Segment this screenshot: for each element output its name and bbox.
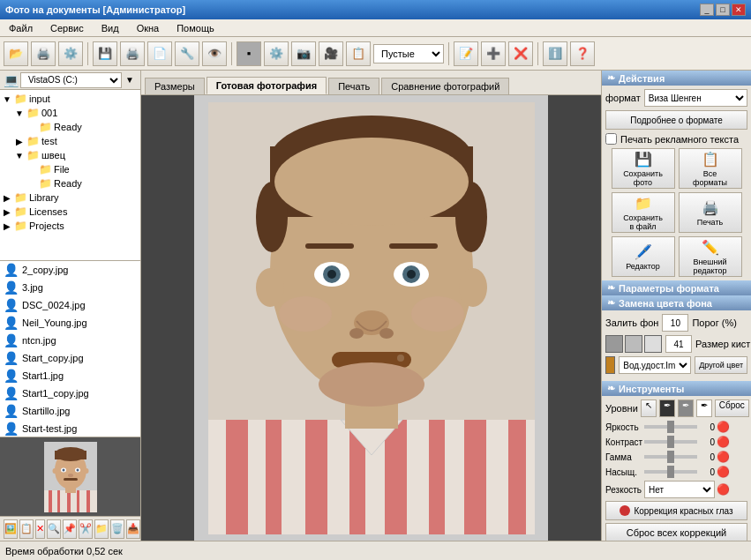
levels-gray-btn[interactable]: ✒ xyxy=(678,399,694,417)
toolbar-settings-btn[interactable]: ⚙️ xyxy=(58,41,83,66)
toolbar-help-btn[interactable]: ❓ xyxy=(570,41,595,66)
tree-item-001[interactable]: ▼ 📁 001 xyxy=(14,106,139,120)
file-item-1[interactable]: 👤 3.jpg xyxy=(0,279,140,296)
file-item-0[interactable]: 👤 2_copy.jpg xyxy=(0,261,140,279)
bottom-btn-7[interactable]: 📁 xyxy=(94,519,109,539)
sharpness-reset[interactable]: 🔴 xyxy=(717,483,730,496)
maximize-button[interactable]: □ xyxy=(716,4,730,16)
levels-white-btn[interactable]: ✒ xyxy=(696,399,712,417)
bottom-btn-4[interactable]: 🔍 xyxy=(47,519,61,539)
menu-service[interactable]: Сервис xyxy=(45,22,89,34)
bottom-btn-5[interactable]: 📌 xyxy=(63,519,77,539)
file-item-8[interactable]: 👤 Startillo.jpg xyxy=(0,402,140,420)
toolbar-cam-btn[interactable]: 📷 xyxy=(291,41,316,66)
tree-item-licenses[interactable]: ▶ 📁 Licenses xyxy=(2,205,139,219)
file-item-4[interactable]: 👤 ntcn.jpg xyxy=(0,332,140,349)
actions-header[interactable]: ❧ Действия xyxy=(602,71,751,86)
toolbar-btn6[interactable]: 📋 xyxy=(346,41,371,66)
brightness-reset[interactable]: 🔴 xyxy=(717,421,730,433)
file-item-9[interactable]: 👤 Start-test.jpg xyxy=(0,420,140,437)
toolbar-cam2-btn[interactable]: 🎥 xyxy=(319,41,343,66)
bg-replace-header[interactable]: ❧ Замена цвета фона xyxy=(602,295,751,310)
color-swatch-main[interactable] xyxy=(605,356,615,374)
toolbar-save-btn[interactable]: 💾 xyxy=(93,41,117,66)
tools-header[interactable]: ❧ Инструменты xyxy=(602,381,751,396)
bottom-btn-6[interactable]: ✂️ xyxy=(79,519,93,539)
reset-all-btn[interactable]: Сброс всех коррекций xyxy=(605,523,747,541)
tree-item-file[interactable]: 📁 File xyxy=(26,162,139,176)
drive-select[interactable]: VistaOS (C:) xyxy=(20,72,122,88)
file-item-5[interactable]: 👤 Start_copy.jpg xyxy=(0,349,140,367)
all-formats-btn[interactable]: 📋 Всеформаты xyxy=(679,148,742,189)
format-select[interactable]: Виза Шенген xyxy=(644,89,747,107)
gamma-slider[interactable] xyxy=(644,455,697,459)
print-btn[interactable]: 🖨️ Печать xyxy=(679,192,742,233)
file-item-6[interactable]: 👤 Start1.jpg xyxy=(0,367,140,385)
editor-btn[interactable]: 🖊️ Редактор xyxy=(612,236,675,277)
tab-print[interactable]: Печать xyxy=(328,78,379,94)
file-item-2[interactable]: 👤 DSC_0024.jpg xyxy=(0,296,140,314)
bottom-btn-2[interactable]: 📋 xyxy=(19,519,34,539)
minimize-button[interactable]: _ xyxy=(700,4,714,16)
format-detail-btn[interactable]: Подробнее о формате xyxy=(605,110,747,130)
levels-cursor-btn[interactable]: ↖ xyxy=(641,399,657,417)
file-item-3[interactable]: 👤 Neil_Young.jpg xyxy=(0,314,140,332)
toolbar-add-btn[interactable]: 📝 xyxy=(454,41,478,66)
saturation-slider[interactable] xyxy=(644,470,697,474)
menu-file[interactable]: Файл xyxy=(4,22,38,34)
toolbar-btn3[interactable]: 📄 xyxy=(147,41,172,66)
save-to-file-btn[interactable]: 📁 Сохранитьв файл xyxy=(612,192,675,233)
tree-item-test[interactable]: ▶ 📁 test xyxy=(14,134,139,148)
other-color-btn[interactable]: Другой цвет xyxy=(695,356,747,374)
format-params-header[interactable]: ❧ Параметры формата xyxy=(602,280,751,295)
tree-item-projects[interactable]: ▶ 📁 Projects xyxy=(2,219,139,233)
saturation-reset[interactable]: 🔴 xyxy=(717,466,730,478)
toolbar-add2-btn[interactable]: ➕ xyxy=(481,41,506,66)
ext-editor-btn[interactable]: ✏️ Внешнийредактор xyxy=(679,236,742,277)
color-swatch-1[interactable] xyxy=(605,335,623,353)
red-eye-btn[interactable]: Коррекция красных глаз xyxy=(605,501,747,520)
tree-item-input[interactable]: ▼ 📁 input xyxy=(2,92,139,106)
bottom-btn-9[interactable]: 📥 xyxy=(126,519,140,539)
contrast-reset[interactable]: 🔴 xyxy=(717,436,730,448)
toolbar-btn4[interactable]: 🔧 xyxy=(175,41,199,66)
drive-dropdown-btn[interactable]: ▼ xyxy=(124,73,136,86)
levels-black-btn[interactable]: ✒ xyxy=(659,399,675,417)
fill-bg-input[interactable] xyxy=(662,314,688,332)
print-ad-checkbox[interactable] xyxy=(605,133,617,145)
toolbar-scan-btn[interactable]: 🖨️ xyxy=(31,41,56,66)
menu-view[interactable]: Вид xyxy=(96,22,124,34)
bottom-btn-8[interactable]: 🗑️ xyxy=(110,519,124,539)
brightness-slider[interactable] xyxy=(644,425,697,429)
menu-windows[interactable]: Окна xyxy=(131,22,165,34)
contrast-slider[interactable] xyxy=(644,440,697,444)
tree-item-ready2[interactable]: 📁 Ready xyxy=(26,176,139,190)
save-photo-btn[interactable]: 💾 Сохранитьфото xyxy=(612,148,675,189)
tree-item-library[interactable]: ▶ 📁 Library xyxy=(2,190,139,205)
tab-compare[interactable]: Сравнение фотографий xyxy=(381,78,509,94)
brush-size-input[interactable] xyxy=(665,335,692,353)
toolbar-gray-btn[interactable]: ▪ xyxy=(237,41,261,66)
toolbar-open-btn[interactable]: 📂 xyxy=(4,41,28,66)
close-button[interactable]: ✕ xyxy=(732,4,746,16)
preset-select[interactable]: Пустые xyxy=(373,44,444,63)
reset-btn[interactable]: Сброс xyxy=(715,399,749,417)
color-select[interactable]: Вод.удост.Im xyxy=(619,356,691,374)
toolbar-del-btn[interactable]: ❌ xyxy=(508,41,533,66)
menu-help[interactable]: Помощь xyxy=(171,22,220,34)
toolbar-settings2-btn[interactable]: ⚙️ xyxy=(264,41,289,66)
toolbar-btn5[interactable]: 👁️ xyxy=(202,41,227,66)
tab-sizes[interactable]: Размеры xyxy=(145,78,205,94)
color-swatch-2[interactable] xyxy=(625,335,642,353)
sharpness-select[interactable]: Нет xyxy=(644,481,715,498)
gamma-reset[interactable]: 🔴 xyxy=(717,451,730,463)
color-swatch-3[interactable] xyxy=(644,335,662,353)
toolbar-print-btn[interactable]: 🖨️ xyxy=(120,41,145,66)
file-item-7[interactable]: 👤 Start1_copy.jpg xyxy=(0,385,140,402)
tree-item-ready[interactable]: 📁 Ready xyxy=(26,120,139,134)
bottom-btn-1[interactable]: 🖼️ xyxy=(4,519,18,539)
toolbar-info-btn[interactable]: ℹ️ xyxy=(543,41,567,66)
tree-item-shvets[interactable]: ▼ 📁 швец xyxy=(14,148,139,162)
bottom-btn-3[interactable]: ✕ xyxy=(35,519,45,539)
tab-ready-photo[interactable]: Готовая фотография xyxy=(207,77,327,94)
